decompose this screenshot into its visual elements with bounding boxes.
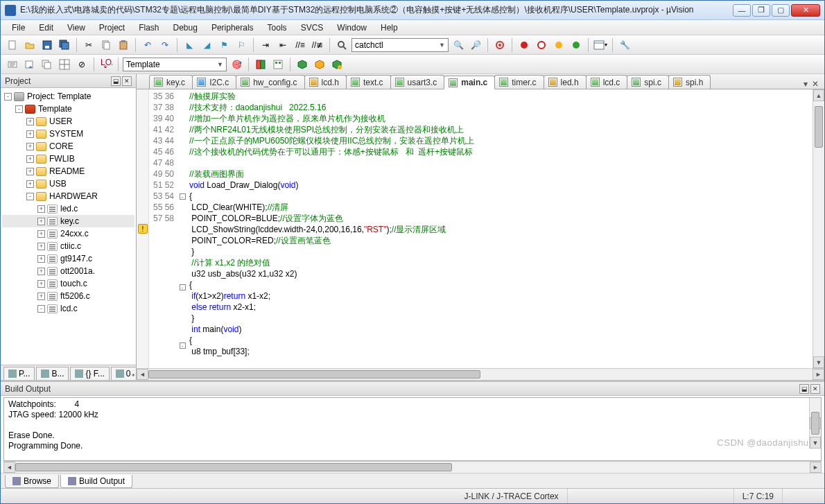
vertical-scrollbar[interactable]: ▲ ▼	[813, 89, 824, 368]
file-tab[interactable]: lcd.h	[304, 75, 347, 89]
file-tab[interactable]: I2C.c	[192, 75, 236, 89]
menu-help[interactable]: Help	[375, 21, 403, 34]
breakpoint-insert-icon[interactable]	[516, 37, 532, 53]
file-tab[interactable]: timer.c	[494, 75, 544, 89]
build-close-icon[interactable]: ✕	[810, 384, 820, 394]
tree-item[interactable]: -lcd.c	[2, 302, 134, 315]
tree-item[interactable]: -HARDWEAR	[2, 190, 134, 202]
menu-peripherals[interactable]: Peripherals	[206, 21, 259, 34]
tree-item[interactable]: -Project: Template	[2, 90, 134, 103]
pane-pin-icon[interactable]: ⬓	[111, 76, 121, 86]
breakpoint-kill-icon[interactable]	[551, 37, 566, 53]
download-icon[interactable]: LOAD	[98, 57, 114, 72]
minimize-button[interactable]: —	[733, 4, 751, 17]
horizontal-scrollbar[interactable]: ◄ ►	[137, 368, 824, 380]
menu-project[interactable]: Project	[94, 21, 130, 34]
hscroll-thumb[interactable]	[148, 370, 480, 379]
indent-icon[interactable]: ⇥	[258, 37, 273, 53]
copy-icon[interactable]	[98, 37, 114, 53]
undo-icon[interactable]: ↶	[140, 37, 155, 53]
menu-debug[interactable]: Debug	[168, 21, 203, 34]
tree-item[interactable]: +ft5206.c	[2, 290, 134, 302]
target-options-icon[interactable]: 🎯	[229, 57, 244, 72]
file-tab[interactable]: text.c	[346, 75, 391, 89]
file-ext-icon[interactable]	[253, 57, 268, 72]
scroll-right-icon[interactable]: ►	[813, 369, 824, 380]
rebuild-icon[interactable]	[40, 57, 55, 72]
find-icon[interactable]	[334, 37, 349, 53]
cut-icon[interactable]: ✂	[81, 37, 96, 53]
project-tab[interactable]: B...	[36, 367, 69, 380]
open-file-icon[interactable]	[22, 37, 37, 53]
build-hscroll[interactable]: ◄►	[3, 461, 822, 473]
save-all-icon[interactable]	[57, 37, 72, 53]
tree-item[interactable]: +ctiic.c	[2, 240, 134, 252]
tree-item[interactable]: +key.c	[2, 215, 134, 227]
bookmark-next-icon[interactable]: ◢	[199, 37, 214, 53]
menu-tools[interactable]: Tools	[262, 21, 293, 34]
project-tree[interactable]: -Project: Template-Template+USER+SYSTEM+…	[1, 88, 136, 365]
breakpoint-disable-icon[interactable]	[534, 37, 549, 53]
breakpoint-enable-icon[interactable]	[568, 37, 584, 53]
build-vscroll[interactable]: ▲▼	[809, 398, 821, 449]
tree-item[interactable]: +24cxx.c	[2, 227, 134, 240]
translate-icon[interactable]	[5, 57, 20, 72]
tree-item[interactable]: +USER	[2, 115, 134, 128]
pane-close-icon[interactable]: ✕	[122, 76, 132, 86]
window-layout-icon[interactable]: ▾	[593, 37, 608, 53]
file-tab[interactable]: usart3.c	[390, 75, 445, 89]
uncomment-icon[interactable]: //≢	[310, 37, 325, 53]
bookmark-toggle-icon[interactable]: ⚑	[216, 37, 232, 53]
build-icon[interactable]	[22, 57, 37, 72]
redo-icon[interactable]: ↷	[157, 37, 173, 53]
project-tab[interactable]: P...	[3, 367, 35, 380]
find-in-files-icon[interactable]: 🔍	[451, 37, 466, 53]
tree-item[interactable]: +README	[2, 165, 134, 177]
project-tab[interactable]: 0₊ T...	[111, 367, 136, 380]
build-output-text[interactable]: Watchpoints: 4 JTAG speed: 12000 kHz Era…	[3, 397, 822, 461]
manage-icon[interactable]	[270, 57, 286, 72]
scroll-up-icon[interactable]: ▲	[813, 89, 824, 101]
bookmark-prev-icon[interactable]: ◣	[182, 37, 197, 53]
outdent-icon[interactable]: ⇤	[275, 37, 290, 53]
find-combo[interactable]: catchctl▼	[351, 38, 449, 52]
code-area[interactable]: //触摸屏实验 //技术支持：daodanjishui 2022.5.16 //…	[186, 89, 813, 368]
tree-item[interactable]: +FWLIB	[2, 153, 134, 165]
file-tab[interactable]: lcd.c	[586, 75, 628, 89]
tree-item[interactable]: -Template	[2, 103, 134, 115]
menu-window[interactable]: Window	[331, 21, 372, 34]
scroll-left-icon[interactable]: ◄	[137, 369, 148, 380]
file-tab[interactable]: key.c	[149, 75, 193, 89]
tab-menu-icon[interactable]: ▾	[804, 79, 808, 89]
tree-item[interactable]: +gt9147.c	[2, 252, 134, 265]
incremental-find-icon[interactable]: 🔎	[468, 37, 483, 53]
tree-item[interactable]: +SYSTEM	[2, 128, 134, 140]
menu-file[interactable]: File	[6, 21, 31, 34]
pack-installer-icon[interactable]	[295, 57, 310, 72]
scroll-down-icon[interactable]: ▼	[813, 356, 824, 368]
tree-item[interactable]: +ott2001a.	[2, 265, 134, 277]
books-icon[interactable]	[329, 57, 345, 72]
restore-button[interactable]: ❐	[752, 4, 770, 17]
tree-item[interactable]: +CORE	[2, 140, 134, 153]
file-tab[interactable]: main.c	[444, 76, 495, 89]
warning-marker-icon[interactable]: !	[138, 224, 148, 234]
bookmark-clear-icon[interactable]: ⚐	[234, 37, 249, 53]
rte-icon[interactable]	[312, 57, 327, 72]
build-tab[interactable]: Browse	[5, 475, 59, 488]
new-file-icon[interactable]	[5, 37, 20, 53]
stop-build-icon[interactable]: ⊘	[74, 57, 89, 72]
paste-icon[interactable]	[116, 37, 131, 53]
build-pin-icon[interactable]: ⬓	[799, 384, 809, 394]
menu-flash[interactable]: Flash	[133, 21, 164, 34]
file-tab[interactable]: led.h	[544, 75, 587, 89]
menu-edit[interactable]: Edit	[33, 21, 59, 34]
tab-close-icon[interactable]: ✕	[812, 79, 819, 89]
tree-item[interactable]: +USB	[2, 177, 134, 190]
file-tab[interactable]: spi.h	[668, 75, 711, 89]
tree-item[interactable]: +led.c	[2, 202, 134, 215]
debug-start-icon[interactable]	[492, 37, 507, 53]
file-tab[interactable]: hw_config.c	[236, 75, 304, 89]
batch-build-icon[interactable]	[57, 57, 72, 72]
configure-icon[interactable]: 🔧	[617, 37, 632, 53]
